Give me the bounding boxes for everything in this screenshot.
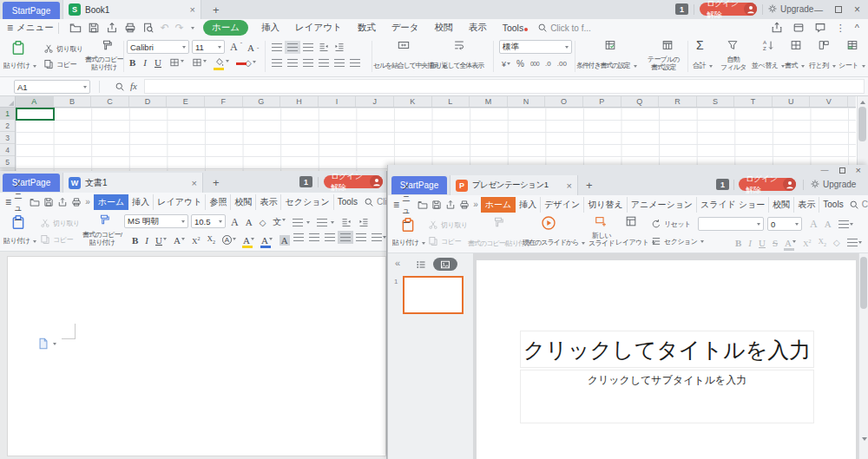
currency-format-button[interactable]: ¥ [502, 60, 510, 69]
column-header[interactable]: O [545, 96, 583, 107]
tab-layout[interactable]: レイアウト [154, 194, 206, 210]
fill-color-button[interactable] [214, 57, 229, 68]
column-header[interactable]: P [583, 96, 621, 107]
sort-icon[interactable] [762, 39, 774, 51]
fx-label[interactable]: fx [130, 81, 137, 91]
align-right-button[interactable] [303, 59, 313, 67]
open-folder-icon[interactable] [69, 22, 82, 34]
scrollbar-thumb[interactable] [860, 257, 867, 309]
hamburger-menu-icon[interactable]: ≡ [5, 196, 11, 208]
cell-style-button[interactable] [192, 57, 207, 68]
distribute-button[interactable] [356, 233, 366, 241]
underline-button[interactable]: U [155, 57, 161, 68]
writer-new-tab-button[interactable]: + [213, 176, 220, 189]
print-icon[interactable] [71, 197, 82, 207]
panel-collapse-icon[interactable]: « [395, 258, 400, 268]
justify-button[interactable] [319, 59, 329, 67]
writer-search-box[interactable]: Cli... [364, 197, 387, 207]
align-center-button[interactable] [309, 233, 319, 241]
font-size-select[interactable]: 11 [192, 40, 225, 54]
tab-data[interactable]: データ [391, 20, 419, 36]
vertical-text-button[interactable] [350, 59, 360, 67]
row-header[interactable]: 4 [0, 144, 15, 156]
tab-design[interactable]: デザイン [541, 197, 584, 213]
bullet-list-button[interactable] [293, 219, 303, 226]
save-icon[interactable] [43, 197, 54, 207]
sheet-tab-close-icon[interactable]: × [190, 4, 195, 15]
indent-decrease-button[interactable] [319, 42, 329, 52]
distribute-button[interactable] [334, 59, 345, 67]
export-icon[interactable] [57, 197, 68, 207]
tab-insert[interactable]: 挿入 [516, 197, 541, 213]
tab-view[interactable]: 表示 [256, 194, 281, 210]
font-grow-button[interactable]: A [231, 217, 239, 227]
slides-tab-close-icon[interactable]: × [567, 180, 572, 191]
print-icon[interactable] [459, 200, 470, 210]
tab-view[interactable]: 表示 [794, 197, 819, 213]
column-header[interactable]: R [659, 96, 697, 107]
tab-formula[interactable]: 数式 [358, 20, 376, 36]
column-header[interactable]: U [773, 96, 811, 107]
slide-canvas[interactable]: クリックしてタイトルを入力 クリックしてサブタイトルを入力 [477, 260, 856, 459]
writer-doc-area[interactable] [0, 252, 387, 459]
column-header[interactable]: K [394, 96, 432, 107]
align-bottom-button[interactable] [303, 43, 313, 51]
sheet-close-button[interactable]: × [854, 3, 860, 16]
column-header[interactable]: N [508, 96, 546, 107]
paste-button[interactable] [10, 40, 26, 56]
slides-search-box[interactable]: Cli... [849, 200, 868, 210]
char-style-button[interactable]: A [174, 235, 185, 246]
tab-section[interactable]: セクション [281, 194, 333, 210]
copy-button[interactable]: コピー [428, 236, 461, 246]
row-header[interactable]: 1 [0, 108, 15, 120]
new-slide-button[interactable]: 新しいスライド [589, 232, 615, 247]
subscript-button[interactable]: X2 [207, 233, 215, 247]
tab-insert[interactable]: 挿入 [128, 194, 154, 210]
sheet-minimize-button[interactable]: — [814, 5, 823, 15]
sort-button[interactable]: 並べ替え [752, 61, 785, 70]
copy-button[interactable]: コピー [40, 234, 73, 245]
slides-maximize-button[interactable] [839, 167, 845, 174]
section-button[interactable]: セクション [651, 236, 704, 246]
selected-cell-a1[interactable] [16, 108, 55, 121]
decimal-decrease-button[interactable]: .00 [557, 60, 567, 68]
cut-button[interactable]: 切り取り [428, 220, 467, 230]
format-painter-button[interactable] [492, 216, 504, 228]
slides-new-tab-button[interactable]: + [586, 179, 593, 192]
paste-label[interactable]: 貼り付け [3, 236, 36, 246]
writer-tab-close-icon[interactable]: × [192, 178, 197, 188]
justify-button[interactable] [340, 233, 351, 241]
writer-startpage-tab[interactable]: StartPage [3, 174, 60, 192]
print-preview-icon[interactable] [142, 22, 155, 34]
hamburger-menu-icon[interactable]: ≡ [393, 199, 399, 211]
column-header[interactable]: F [205, 96, 243, 107]
column-header[interactable]: A [16, 96, 54, 107]
paste-label[interactable]: 貼り付け [392, 238, 425, 247]
italic-button[interactable]: I [145, 235, 148, 246]
font-shrink-button[interactable]: Aˇ [247, 42, 259, 53]
borders-button[interactable] [169, 57, 184, 68]
tab-review[interactable]: 校閲 [231, 194, 256, 210]
writer-page[interactable] [7, 256, 386, 456]
tab-animations[interactable]: アニメーション [628, 197, 697, 213]
phonetic-guide-button[interactable]: 文 [273, 216, 286, 228]
tab-home[interactable]: ホーム [94, 194, 128, 210]
merge-center-icon[interactable] [398, 39, 410, 51]
slides-startpage-tab[interactable]: StartPage [391, 176, 447, 194]
paste-label[interactable]: 貼り付け [3, 61, 36, 70]
undo-icon[interactable]: ↶ [161, 22, 169, 34]
cut-button[interactable]: 切り取り [40, 218, 79, 228]
tab-tools[interactable]: Tools [503, 21, 529, 35]
indent-decrease-button[interactable] [341, 217, 352, 227]
sheet-options-button[interactable]: シート [838, 61, 865, 70]
outline-view-icon[interactable] [416, 259, 426, 270]
column-header[interactable]: I [319, 96, 357, 107]
writer-notification-badge[interactable]: 1 [299, 176, 312, 187]
highlight-color-button[interactable]: A [243, 235, 254, 246]
sheet-restore-button[interactable] [835, 6, 842, 13]
title-placeholder[interactable]: クリックしてタイトルを入力 [520, 331, 814, 368]
subscript-button[interactable]: X2 [819, 236, 827, 250]
cell-area[interactable] [16, 108, 856, 171]
hamburger-menu-icon[interactable]: ≡ [7, 22, 13, 34]
italic-button[interactable]: I [748, 238, 752, 248]
